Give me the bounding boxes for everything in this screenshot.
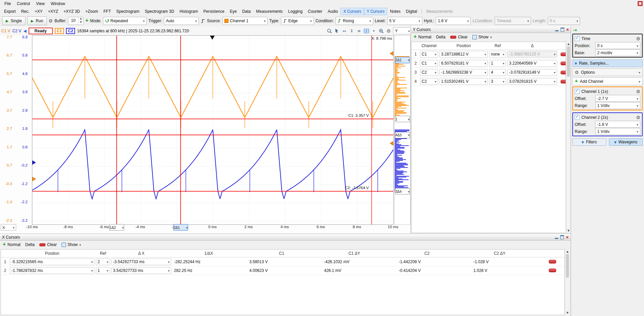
hysteresis-marker[interactable] — [390, 141, 393, 145]
channel1-checkbox[interactable] — [575, 89, 580, 94]
remove-cursor-button[interactable] — [561, 80, 566, 83]
expand-right-icon[interactable]: → — [572, 27, 643, 33]
show-menu-button[interactable]: Show — [472, 35, 492, 39]
add-channel-button[interactable]: Add Channel — [572, 77, 643, 85]
delta-select[interactable]: -3.0782918149 V — [507, 69, 557, 76]
tab-counter[interactable]: Counter — [305, 8, 325, 15]
tab-measurements[interactable]: Measurements — [424, 8, 456, 15]
filters-button[interactable]: Filters — [572, 138, 606, 146]
type-select[interactable]: Edge — [281, 17, 314, 25]
menu-file[interactable]: File — [1, 0, 14, 7]
channel1-offset-select[interactable]: -2.7 V — [595, 95, 640, 102]
scroll-thumb[interactable] — [567, 46, 570, 77]
rate-samples-button[interactable]: Rate, Samples... — [572, 60, 643, 67]
menu-control[interactable]: Control — [14, 0, 33, 7]
tab-digital[interactable]: Digital — [403, 8, 420, 15]
x-axis-select[interactable]: X — [1, 224, 16, 231]
ref-select[interactable]: 1 — [489, 60, 506, 67]
run-button[interactable]: Run — [27, 16, 47, 25]
delta-select[interactable]: 3.220640569 V — [507, 60, 557, 67]
y-cursor-handle[interactable]: 3Δ4 — [395, 188, 410, 195]
channel2-range-select[interactable]: 1 V/div — [595, 128, 640, 135]
tab-notes[interactable]: Notes — [387, 8, 403, 15]
channel-select[interactable]: C2 — [420, 69, 438, 76]
tab-spectrogram-3d[interactable]: Spectrogram 3D — [142, 8, 177, 15]
channel-select[interactable]: C1 — [420, 60, 438, 67]
hyst-select[interactable]: 1.6 V — [436, 17, 471, 25]
tab-logging[interactable]: Logging — [285, 8, 305, 15]
timeout-select[interactable]: Timeout — [495, 17, 531, 25]
tab-export[interactable]: Export — [1, 8, 19, 15]
ref-select[interactable]: 2 — [96, 258, 110, 265]
scroll-thumb[interactable] — [566, 254, 569, 278]
y-cursor-handle[interactable]: 1 — [395, 116, 410, 122]
channel2-offset-select[interactable]: -1.8 V — [595, 121, 640, 128]
channel2-tag[interactable]: C2 — [66, 28, 75, 34]
collapse-left-icon[interactable]: ◀ — [23, 29, 26, 33]
channel-select[interactable]: C1 — [420, 51, 438, 58]
remove-cursor-button[interactable] — [549, 260, 556, 264]
channel2-checkbox[interactable] — [575, 115, 580, 120]
add-buffer-icon[interactable] — [85, 19, 88, 23]
zoom-icon[interactable] — [326, 28, 332, 34]
tab-y-cursors[interactable]: Y Cursors — [364, 8, 387, 15]
position-select[interactable]: 3.287188612 V — [439, 51, 488, 58]
x-panel-scrollbar[interactable]: ▲ ▼ — [565, 249, 570, 315]
position-select[interactable]: 6.507829181 V — [439, 60, 488, 67]
time-position-select[interactable]: 0 s — [595, 42, 640, 49]
delta-x-select[interactable]: -3.542927733 ms — [111, 258, 171, 265]
add-delta-cursor-button[interactable]: Delta — [436, 35, 445, 39]
tab-audio[interactable]: Audio — [325, 8, 341, 15]
x-cursor-handle[interactable]: 1Δ2 — [109, 224, 124, 231]
length-select[interactable]: 0 s — [548, 17, 580, 25]
gear-icon[interactable] — [636, 89, 640, 94]
tab-histogram[interactable]: Histogram — [177, 8, 201, 15]
position-select[interactable]: 1.515302491 V — [439, 78, 488, 85]
add-normal-cursor-button[interactable]: Normal — [414, 35, 431, 39]
source-select[interactable]: Channel 1 — [222, 17, 267, 25]
trigger-position-marker[interactable] — [210, 36, 215, 40]
gear-icon[interactable] — [636, 36, 640, 41]
minimize-icon[interactable] — [555, 28, 559, 31]
align-levels-icon[interactable]: ≡ — [356, 28, 362, 34]
y-cursor-handle[interactable]: 2Δ1 — [395, 57, 410, 63]
remove-cursor-button[interactable] — [561, 52, 566, 56]
y-scale-select[interactable]: Y — [393, 27, 412, 34]
chevron-down-icon[interactable] — [371, 28, 377, 34]
channel1-tag[interactable]: C1 — [55, 28, 64, 34]
close-icon[interactable]: × — [566, 28, 569, 31]
trigger-level-marker[interactable] — [390, 51, 393, 56]
clear-cursors-button[interactable]: Clear — [39, 242, 57, 247]
trigger-select[interactable]: Auto — [164, 17, 199, 25]
add-delta-cursor-button[interactable]: Delta — [25, 242, 35, 247]
scroll-down-icon[interactable]: ▼ — [565, 311, 570, 315]
split-1234-icon[interactable] — [363, 28, 369, 34]
single-button[interactable]: Single — [2, 16, 26, 25]
buffer-stepper[interactable]: 10 ▲▼ — [68, 17, 83, 25]
fit-horizontal-icon[interactable]: ↔ — [341, 28, 347, 34]
tab-rec[interactable]: Rec. — [19, 8, 32, 15]
ref-select[interactable]: 3 — [489, 78, 506, 85]
remove-cursor-button[interactable] — [549, 269, 556, 272]
tab-eye[interactable]: Eye — [227, 8, 240, 15]
ref-select[interactable]: 1 — [96, 267, 110, 274]
tab-persistence[interactable]: Persistence — [201, 8, 227, 15]
tab-fft[interactable]: FFT — [101, 8, 113, 15]
channel2-ground-marker[interactable] — [32, 161, 36, 165]
time-base-select[interactable]: 2 ms/div — [595, 49, 640, 56]
plot-canvas[interactable] — [32, 36, 393, 224]
wavegens-button[interactable]: Wavegens — [609, 138, 643, 146]
close-icon[interactable]: × — [566, 236, 569, 239]
pointer-icon[interactable] — [334, 28, 340, 34]
clear-cursors-button[interactable]: Clear — [450, 35, 468, 39]
menu-view[interactable]: View — [33, 0, 48, 7]
tab-zoom[interactable]: +Zoom — [83, 8, 101, 15]
scroll-down-icon[interactable]: ▼ — [566, 229, 571, 233]
minimize-icon[interactable] — [555, 235, 558, 239]
ref-select[interactable]: none — [489, 51, 506, 58]
remove-cursor-button[interactable] — [561, 71, 566, 74]
tab-xy[interactable]: +XY — [32, 8, 45, 15]
delta-select[interactable]: 3.078291815 V — [507, 78, 557, 85]
scroll-up-icon[interactable]: ▲ — [566, 42, 571, 46]
channel1-ground-marker[interactable] — [32, 177, 36, 181]
